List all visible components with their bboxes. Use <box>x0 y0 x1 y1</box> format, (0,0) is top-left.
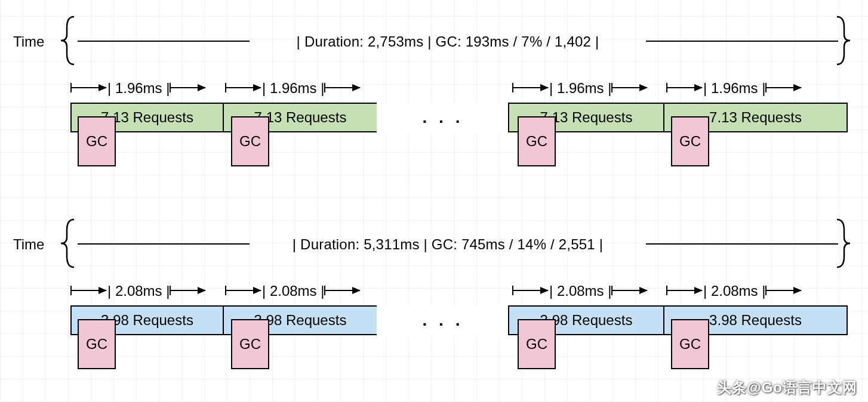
request-label: 7.13 Requests <box>709 109 802 126</box>
time-cap-line <box>646 243 838 245</box>
arrow-icon <box>170 87 205 88</box>
arrow-icon <box>666 290 702 291</box>
gc-box: GC <box>78 319 116 369</box>
arrow-icon <box>611 290 647 291</box>
time-label: Time <box>13 33 44 50</box>
brace-right-icon <box>837 17 855 64</box>
interval-label: | 1.96ms | <box>703 80 766 97</box>
interval-cell: | 1.96ms | <box>225 80 377 98</box>
interval-row: | 1.96ms | | 1.96ms | | 1.96ms | | 1.96m… <box>70 80 847 98</box>
arrow-icon <box>512 290 548 291</box>
brace-right-icon <box>837 219 855 267</box>
request-label: 3.98 Requests <box>709 312 802 329</box>
interval-label: | 2.08ms | <box>107 283 170 299</box>
arrow-icon <box>324 290 360 291</box>
gc-label: GC <box>239 336 261 352</box>
interval-label: | 1.96ms | <box>262 80 325 97</box>
time-label: Time <box>13 236 44 253</box>
interval-cell: | 2.08ms | <box>70 283 222 301</box>
interval-label: | 1.96ms | <box>107 80 170 97</box>
summary-text: | Duration: 5,311ms | GC: 745ms / 14% / … <box>251 236 645 253</box>
interval-label: | 2.08ms | <box>549 283 612 299</box>
interval-cell: | 2.08ms | <box>512 283 664 301</box>
interval-cell: | 2.08ms | <box>666 283 818 301</box>
interval-cell: | 2.08ms | <box>225 283 377 301</box>
arrow-icon <box>611 87 647 88</box>
ellipsis-text: . . . <box>423 108 464 127</box>
arrow-icon <box>324 87 360 88</box>
ellipsis-text: . . . <box>423 311 464 330</box>
time-cap-line <box>646 41 838 42</box>
gc-box: GC <box>671 116 709 166</box>
arrow-icon <box>765 290 801 291</box>
interval-label: | 1.96ms | <box>549 80 612 97</box>
arrow-icon <box>765 87 801 88</box>
arrow-icon <box>666 87 702 88</box>
gc-box: GC <box>231 319 269 369</box>
arrow-icon <box>512 87 548 88</box>
gc-label: GC <box>86 133 107 150</box>
requests-row: 7.13 Requests 7.13 Requests . . . 7.13 R… <box>70 103 847 136</box>
summary-text: | Duration: 2,753ms | GC: 193ms / 7% / 1… <box>251 33 645 50</box>
gc-box: GC <box>518 319 556 369</box>
arrow-icon <box>170 290 205 291</box>
brace-left-icon <box>61 17 79 64</box>
time-cap-line <box>78 243 250 245</box>
brace-left-icon <box>61 219 79 267</box>
arrow-icon <box>70 290 106 291</box>
gc-label: GC <box>526 336 547 352</box>
arrow-icon <box>70 87 106 88</box>
interval-cell: | 1.96ms | <box>512 80 664 98</box>
interval-row: | 2.08ms | | 2.08ms | | 2.08ms | | 2.08m… <box>70 283 847 301</box>
time-cap-line <box>78 41 250 42</box>
interval-label: | 2.08ms | <box>262 283 325 299</box>
gc-box: GC <box>518 116 556 166</box>
watermark: 头条@Go语言中文网 <box>717 378 857 397</box>
interval-cell: | 1.96ms | <box>666 80 818 98</box>
gc-label: GC <box>239 133 261 150</box>
arrow-icon <box>225 87 261 88</box>
requests-row: 3.98 Requests 3.98 Requests . . . 3.98 R… <box>70 305 847 339</box>
ellipsis: . . . <box>377 305 509 335</box>
gc-label: GC <box>526 133 547 150</box>
arrow-icon <box>225 290 261 291</box>
gc-box: GC <box>78 116 116 166</box>
interval-label: | 2.08ms | <box>703 283 766 299</box>
gc-box: GC <box>231 116 269 166</box>
interval-cell: | 1.96ms | <box>70 80 222 98</box>
gc-box: GC <box>671 319 709 369</box>
gc-label: GC <box>679 133 701 150</box>
ellipsis: . . . <box>377 103 509 132</box>
gc-label: GC <box>86 336 107 352</box>
gc-label: GC <box>679 336 701 352</box>
